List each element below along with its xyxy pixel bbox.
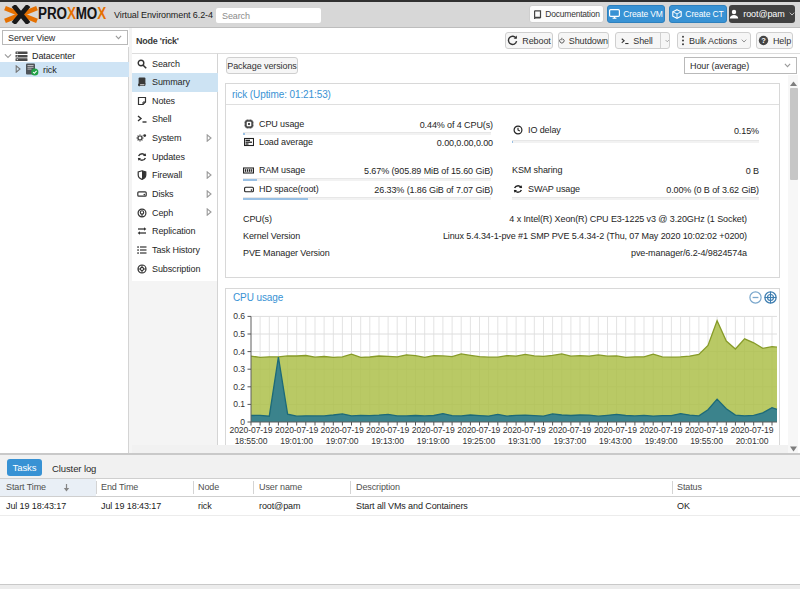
- svg-text:0.6: 0.6: [233, 311, 245, 321]
- svg-text:2020-07-19: 2020-07-19: [321, 425, 364, 435]
- svg-text:2020-07-19: 2020-07-19: [366, 425, 409, 435]
- svg-text:0.3: 0.3: [233, 364, 245, 374]
- svg-text:0.2: 0.2: [233, 382, 245, 392]
- svg-text:2020-07-19: 2020-07-19: [230, 425, 273, 435]
- svg-text:2020-07-19: 2020-07-19: [731, 425, 774, 435]
- svg-text:0.5: 0.5: [233, 329, 245, 339]
- svg-text:2020-07-19: 2020-07-19: [503, 425, 546, 435]
- svg-text:0.1: 0.1: [233, 399, 245, 409]
- svg-text:2020-07-19: 2020-07-19: [548, 425, 591, 435]
- svg-text:2020-07-19: 2020-07-19: [457, 425, 500, 435]
- svg-text:0.4: 0.4: [233, 347, 245, 357]
- svg-text:2020-07-19: 2020-07-19: [640, 425, 683, 435]
- svg-text:2020-07-19: 2020-07-19: [275, 425, 318, 435]
- svg-text:2020-07-19: 2020-07-19: [594, 425, 637, 435]
- svg-text:2020-07-19: 2020-07-19: [412, 425, 455, 435]
- svg-text:2020-07-19: 2020-07-19: [685, 425, 728, 435]
